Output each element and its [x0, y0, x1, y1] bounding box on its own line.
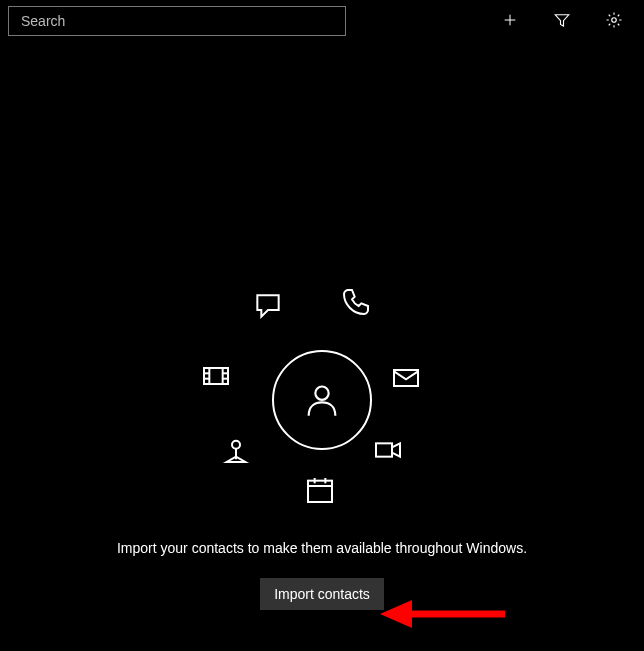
- svg-point-5: [315, 386, 328, 399]
- contact-orbit-graphic: [192, 270, 452, 520]
- svg-point-0: [324, 14, 333, 23]
- video-icon: [372, 434, 404, 466]
- search-box[interactable]: [8, 6, 346, 36]
- svg-rect-6: [204, 368, 228, 384]
- map-pin-icon: [220, 434, 252, 466]
- search-icon: [321, 12, 337, 31]
- film-icon: [200, 360, 232, 392]
- search-input[interactable]: [19, 12, 321, 30]
- gear-icon: [605, 11, 623, 32]
- person-icon: [302, 379, 342, 422]
- filter-icon: [553, 11, 571, 32]
- svg-point-14: [232, 441, 240, 449]
- import-contacts-button[interactable]: Import contacts: [260, 578, 384, 610]
- svg-rect-17: [308, 481, 332, 502]
- svg-rect-13: [394, 370, 418, 386]
- empty-state-text: Import your contacts to make them availa…: [117, 540, 527, 556]
- settings-button[interactable]: [592, 6, 636, 36]
- person-circle: [272, 350, 372, 450]
- chat-icon: [252, 290, 284, 322]
- filter-button[interactable]: [540, 6, 584, 36]
- top-toolbar: [0, 0, 644, 42]
- calendar-icon: [304, 474, 336, 506]
- svg-line-1: [331, 22, 334, 25]
- mail-icon: [390, 362, 422, 394]
- add-button[interactable]: [488, 6, 532, 36]
- svg-rect-16: [376, 443, 392, 456]
- plus-icon: [502, 12, 518, 31]
- empty-state: Import your contacts to make them availa…: [0, 270, 644, 610]
- svg-point-4: [612, 17, 617, 22]
- phone-icon: [340, 286, 372, 318]
